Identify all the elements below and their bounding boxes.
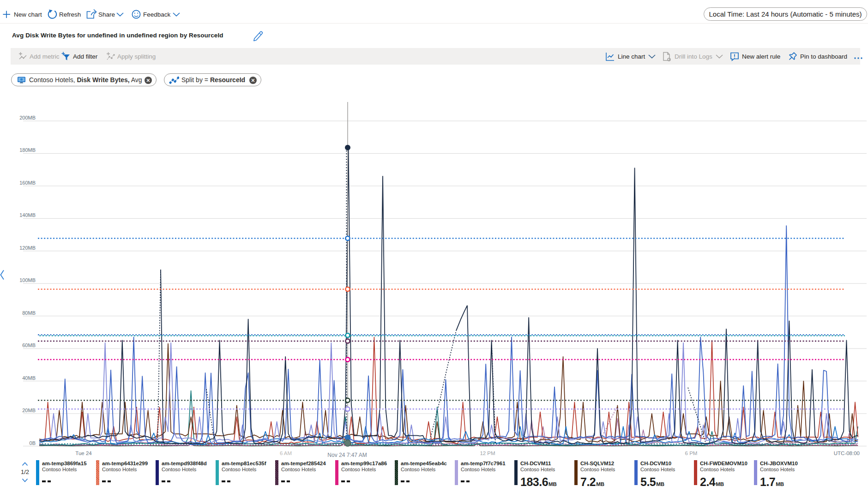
svg-text:140MB: 140MB bbox=[19, 212, 36, 218]
svg-text:200MB: 200MB bbox=[19, 115, 36, 120]
svg-text:6 AM: 6 AM bbox=[280, 450, 292, 456]
svg-text:20MB: 20MB bbox=[22, 408, 36, 413]
svg-text:Tue 24: Tue 24 bbox=[75, 450, 92, 456]
svg-text:120MB: 120MB bbox=[19, 245, 36, 251]
svg-text:Nov 24 7:47 AM: Nov 24 7:47 AM bbox=[327, 452, 367, 458]
svg-text:12 PM: 12 PM bbox=[480, 450, 495, 456]
svg-text:60MB: 60MB bbox=[22, 342, 36, 348]
svg-text:160MB: 160MB bbox=[19, 180, 36, 186]
svg-text:100MB: 100MB bbox=[19, 277, 36, 283]
svg-text:180MB: 180MB bbox=[19, 147, 36, 153]
svg-text:80MB: 80MB bbox=[22, 310, 36, 316]
svg-text:0B: 0B bbox=[30, 440, 36, 446]
svg-text:UTC-08:00: UTC-08:00 bbox=[834, 450, 860, 456]
svg-text:40MB: 40MB bbox=[22, 375, 36, 381]
svg-text:6 PM: 6 PM bbox=[685, 450, 698, 456]
